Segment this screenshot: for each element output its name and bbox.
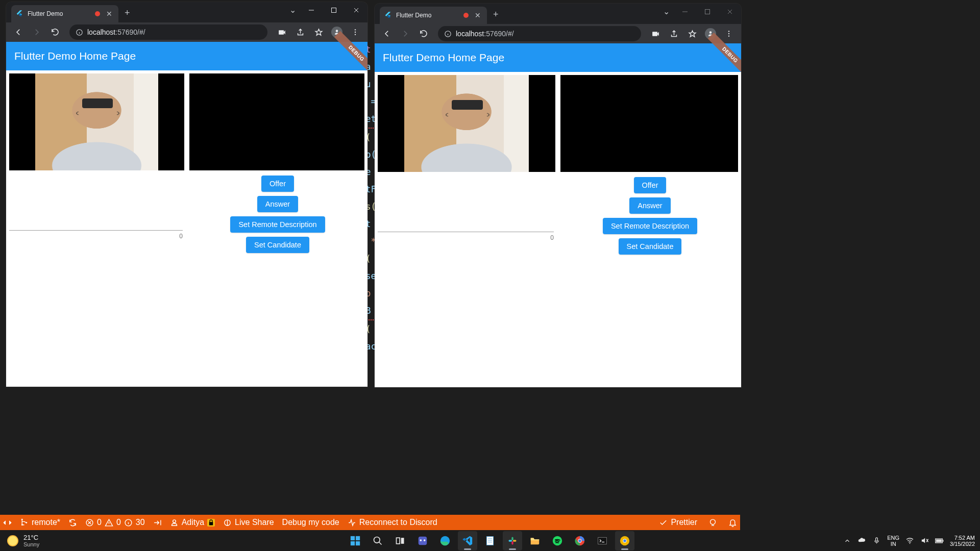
url-text: localhost:57690/#/ — [87, 28, 145, 36]
remote-video — [189, 73, 364, 170]
bookmark-star-icon[interactable] — [310, 24, 327, 40]
tab-dropdown-icon[interactable]: ⌄ — [289, 5, 296, 15]
share-icon[interactable] — [666, 26, 682, 42]
task-view-button[interactable] — [390, 531, 410, 550]
language-indicator[interactable]: ENGIN — [887, 535, 899, 547]
wifi-icon[interactable] — [905, 536, 914, 545]
forward-button[interactable] — [397, 26, 413, 42]
taskbar-app-spotify[interactable] — [548, 531, 567, 550]
weather-widget[interactable]: 21°CSunny — [0, 534, 46, 547]
recording-indicator-icon — [463, 13, 469, 18]
taskbar-app-chat[interactable] — [413, 531, 432, 550]
bell-icon[interactable] — [728, 518, 737, 527]
sync-button[interactable] — [68, 518, 77, 527]
flutter-icon — [15, 10, 23, 18]
port-forward-icon[interactable] — [153, 518, 162, 527]
start-button[interactable] — [346, 531, 365, 550]
microphone-icon[interactable] — [872, 536, 881, 545]
git-branch[interactable]: remote* — [20, 518, 60, 527]
weather-temp: 21°C — [23, 534, 39, 541]
live-share[interactable]: Live Share — [223, 518, 274, 527]
offer-button[interactable]: Offer — [634, 177, 667, 193]
tab-close-button[interactable]: ✕ — [473, 12, 483, 19]
battery-icon[interactable] — [935, 536, 944, 545]
address-bar[interactable]: localhost:57690/#/ — [438, 26, 641, 41]
search-button[interactable] — [368, 531, 387, 550]
vscode-status-bar[interactable]: remote* 0 0 30 Aditya Live Share Debug m… — [0, 515, 740, 530]
new-tab-button[interactable]: + — [493, 9, 499, 20]
offer-button[interactable]: Offer — [261, 176, 294, 192]
svg-point-10 — [21, 518, 23, 520]
svg-point-33 — [578, 539, 581, 542]
svg-rect-42 — [936, 539, 942, 542]
browser-menu-button[interactable] — [721, 26, 737, 42]
volume-icon[interactable] — [920, 536, 929, 545]
set-candidate-button[interactable]: Set Candidate — [619, 238, 682, 255]
prettier-indicator[interactable]: Prettier — [659, 518, 697, 527]
taskbar-app-vscode[interactable] — [458, 531, 477, 550]
new-tab-button[interactable]: + — [125, 8, 130, 18]
taskbar-app-terminal[interactable] — [593, 531, 612, 550]
onedrive-icon[interactable] — [857, 536, 866, 545]
set-remote-description-button[interactable]: Set Remote Description — [230, 216, 325, 233]
taskbar-app-explorer[interactable] — [525, 531, 545, 550]
page-content: DEBUG Flutter Demo Home Page 0 Offer — [6, 42, 368, 387]
window-minimize-button[interactable] — [300, 2, 323, 18]
title-bar[interactable]: Flutter Demo ✕ + ⌄ — [6, 2, 368, 22]
page-title: Flutter Demo Home Page — [383, 52, 504, 64]
window-minimize-button[interactable] — [674, 4, 696, 20]
system-tray[interactable]: ENGIN 7:52 AM3/15/2022 — [843, 535, 980, 547]
clock[interactable]: 7:52 AM3/15/2022 — [950, 535, 975, 547]
taskbar-app-edge[interactable] — [435, 531, 455, 550]
problems-indicator[interactable]: 0 0 30 — [85, 518, 145, 527]
tab-dropdown-icon[interactable]: ⌄ — [663, 7, 670, 16]
remote-video — [560, 75, 738, 172]
set-remote-description-button[interactable]: Set Remote Description — [603, 218, 697, 234]
browser-window-right: Flutter Demo ✕ + ⌄ localhost:57690/#/ — [375, 4, 741, 387]
reload-button[interactable] — [47, 24, 63, 40]
title-bar[interactable]: Flutter Demo ✕ + ⌄ — [375, 4, 741, 24]
taskbar-app-chrome[interactable] — [570, 531, 590, 550]
svg-point-12 — [26, 522, 27, 523]
window-maximize-button[interactable] — [696, 4, 719, 20]
camera-indicator-icon[interactable] — [274, 24, 290, 40]
tray-chevron-icon[interactable] — [843, 536, 851, 545]
address-bar[interactable]: localhost:57690/#/ — [69, 24, 267, 40]
taskbar-app-slack[interactable] — [503, 531, 522, 550]
browser-tab[interactable]: Flutter Demo ✕ — [380, 7, 487, 24]
debug-my-code[interactable]: Debug my code — [282, 518, 339, 527]
svg-point-3 — [355, 32, 356, 33]
taskbar-app-notepad[interactable] — [480, 531, 500, 550]
tab-close-button[interactable]: ✕ — [104, 10, 114, 17]
feedback-icon[interactable] — [708, 518, 717, 527]
forward-button[interactable] — [29, 24, 45, 40]
set-candidate-button[interactable]: Set Candidate — [246, 237, 309, 253]
sdp-input[interactable] — [378, 221, 554, 232]
svg-rect-34 — [598, 537, 607, 544]
back-button[interactable] — [10, 24, 27, 40]
answer-button[interactable]: Answer — [629, 197, 670, 214]
taskbar-app-chrome-canary[interactable] — [615, 531, 634, 550]
remote-indicator[interactable] — [3, 518, 12, 527]
window-close-button[interactable] — [345, 2, 368, 18]
share-icon[interactable] — [292, 24, 308, 40]
sdp-input[interactable] — [9, 219, 183, 231]
svg-rect-19 — [356, 541, 360, 545]
svg-point-4 — [355, 34, 356, 35]
svg-rect-17 — [356, 536, 360, 540]
reconnect-discord[interactable]: Reconnect to Discord — [348, 518, 437, 527]
flutter-icon — [384, 11, 392, 19]
browser-menu-button[interactable] — [347, 24, 363, 40]
svg-rect-16 — [351, 536, 355, 540]
back-button[interactable] — [379, 26, 395, 42]
browser-tab[interactable]: Flutter Demo ✕ — [11, 5, 118, 22]
recording-indicator-icon — [95, 11, 100, 16]
window-maximize-button[interactable] — [323, 2, 345, 18]
answer-button[interactable]: Answer — [257, 196, 298, 212]
reload-button[interactable] — [415, 26, 432, 42]
bookmark-star-icon[interactable] — [684, 26, 700, 42]
windows-taskbar[interactable]: 21°CSunny ENGIN 7:52 AM3/15/2022 — [0, 530, 980, 551]
camera-indicator-icon[interactable] — [647, 26, 664, 42]
account-indicator[interactable]: Aditya — [170, 518, 215, 527]
window-close-button[interactable] — [719, 4, 741, 20]
